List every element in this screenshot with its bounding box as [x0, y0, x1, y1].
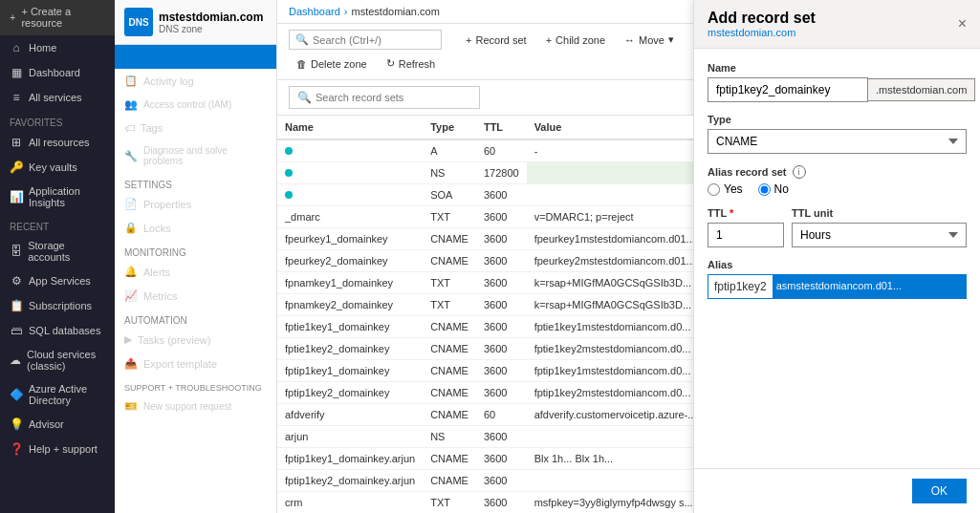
menu-item-overview[interactable]: ⊙ Overview: [115, 45, 276, 69]
alias-value-label: Alias: [708, 259, 967, 270]
move-button[interactable]: ↔ Move ▾: [617, 30, 682, 50]
cell-ttl: 3600: [476, 294, 527, 316]
alerts-icon: 🔔: [124, 266, 138, 278]
sidebar-item-home[interactable]: ⌂ Home: [0, 35, 115, 60]
create-resource-button[interactable]: + + Create a resource: [0, 0, 115, 35]
alias-highlighted-text: asmstestdomiancom.d01...: [773, 275, 966, 298]
cell-type: A: [423, 139, 476, 162]
menu-item-properties[interactable]: 📄 Properties: [115, 192, 276, 216]
ttl-unit-select[interactable]: Seconds Minutes Hours Days: [792, 223, 967, 247]
search-input[interactable]: [313, 34, 435, 46]
alias-yes-radio[interactable]: Yes: [708, 182, 743, 196]
panel-close-button[interactable]: ×: [958, 15, 967, 32]
sidebar-item-advisor[interactable]: 💡 Advisor: [0, 412, 115, 437]
breadcrumb-current: mstestdomian.com: [352, 6, 440, 17]
sidebar-item-all-services[interactable]: ≡ All services: [0, 85, 115, 110]
main-content: Dashboard › mstestdomian.com 🔍 + Record …: [277, 0, 693, 513]
child-zone-button[interactable]: + Child zone: [538, 31, 613, 50]
alias-radio-group: Yes No: [708, 182, 967, 196]
diagnose-icon: 🔧: [124, 150, 138, 162]
menu-item-support[interactable]: 🎫 New support request: [115, 395, 276, 418]
table-row[interactable]: fpnamkey2_domainkeyTXT3600k=rsap+MIGfMA0…: [277, 294, 693, 316]
table-row[interactable]: fpnamkey1_domainkeyTXT3600k=rsap+MIGfMA0…: [277, 272, 693, 294]
sql-icon: 🗃: [10, 324, 23, 337]
table-row[interactable]: A60-Fr...: [277, 139, 693, 162]
name-input[interactable]: [708, 77, 868, 102]
search-records-input[interactable]: [316, 92, 471, 103]
menu-item-diagnose[interactable]: 🔧 Diagnose and solve problems: [115, 139, 276, 172]
table-row[interactable]: fptip1key1_domainkey.arjunCNAME3600Blx 1…: [277, 448, 693, 470]
table-row[interactable]: NS172800: [277, 162, 693, 184]
menu-item-export[interactable]: 📤 Export template: [115, 352, 276, 375]
cell-name: arjun: [277, 426, 423, 448]
breadcrumb: Dashboard › mstestdomian.com: [277, 0, 693, 24]
cell-name: [277, 162, 423, 184]
sidebar-item-storage[interactable]: 🗄 Storage accounts: [0, 234, 115, 268]
monitoring-section: Monitoring: [115, 240, 276, 260]
delete-zone-button[interactable]: 🗑 Delete zone: [289, 54, 375, 74]
table-row[interactable]: fptip1key2_domainkeyCNAME3600fptip1key2m…: [277, 382, 693, 404]
alias-no-input[interactable]: [758, 183, 771, 196]
table-row[interactable]: fptie1key1_domainkeyCNAME3600fptie1key1m…: [277, 316, 693, 338]
sidebar-item-app-services[interactable]: ⚙ App Services: [0, 268, 115, 293]
record-set-button[interactable]: + Record set: [458, 31, 534, 50]
alias-info-icon[interactable]: i: [793, 165, 806, 179]
menu-item-access-control[interactable]: 👥 Access control (IAM): [115, 93, 276, 117]
table-row[interactable]: fptip1key2_domainkey.arjunCNAME3600: [277, 470, 693, 492]
sidebar-item-help[interactable]: ❓ Help + support: [0, 437, 115, 461]
menu-item-tags[interactable]: 🏷 Tags: [115, 117, 276, 139]
cell-ttl: 3600: [476, 448, 527, 470]
search-icon: 🔍: [295, 33, 309, 46]
alias-no-radio[interactable]: No: [758, 182, 789, 196]
cell-value: afdverify.customervoicetip.azure-...: [527, 404, 693, 426]
menu-item-activity-log[interactable]: 📋 Activity log: [115, 69, 276, 93]
alias-value-field: Alias fptip1key2 asmstestdomiancom.d01..…: [708, 259, 967, 299]
cell-type: CNAME: [423, 338, 476, 360]
azure-ad-icon: 🔷: [10, 388, 23, 401]
dns-resource-icon: DNS: [124, 8, 153, 36]
table-row[interactable]: afdverifyCNAME60afdverify.customervoicet…: [277, 404, 693, 426]
table-row[interactable]: fpeurkey2_domainkeyCNAME3600fpeurkey2mst…: [277, 250, 693, 272]
sidebar-item-cloud-services[interactable]: ☁ Cloud services (classic): [0, 343, 115, 377]
table-row[interactable]: SOA3600: [277, 184, 693, 206]
cell-name: fpnamkey2_domainkey: [277, 294, 423, 316]
refresh-button[interactable]: ↻ Refresh: [379, 53, 444, 74]
alias-yes-input[interactable]: [708, 183, 720, 196]
type-field: Type CNAME A AAAA MX TXT NS: [708, 114, 967, 154]
breadcrumb-dashboard[interactable]: Dashboard: [289, 6, 340, 17]
automation-section: Automation: [115, 308, 276, 328]
cell-type: TXT: [423, 272, 476, 294]
sidebar-item-key-vaults[interactable]: 🔑 Key vaults: [0, 155, 115, 180]
cell-name: [277, 184, 423, 206]
sidebar-item-azure-ad[interactable]: 🔷 Azure Active Directory: [0, 377, 115, 412]
resource-subtitle: DNS zone: [159, 24, 263, 34]
search-records-box[interactable]: 🔍: [289, 86, 480, 109]
sidebar-item-all-resources[interactable]: ⊞ All resources: [0, 130, 115, 155]
table-row[interactable]: _dmarcTXT3600v=DMARC1; p=reject: [277, 206, 693, 228]
table-row[interactable]: crmTXT3600msfpkey=3yy8iglymyfp4dwsgy s..…: [277, 492, 693, 514]
sidebar-item-app-insights[interactable]: 📊 Application Insights: [0, 180, 115, 214]
menu-item-alerts[interactable]: 🔔 Alerts: [115, 260, 276, 284]
add-icon: +: [466, 34, 471, 46]
sidebar-item-subscriptions[interactable]: 📋 Subscriptions: [0, 293, 115, 318]
ok-button[interactable]: OK: [912, 479, 967, 503]
menu-item-metrics[interactable]: 📈 Metrics: [115, 284, 276, 308]
table-row[interactable]: arjunNS3600: [277, 426, 693, 448]
access-control-icon: 👥: [124, 98, 138, 111]
ttl-input[interactable]: [708, 223, 784, 247]
type-select[interactable]: CNAME A AAAA MX TXT NS: [708, 129, 967, 154]
breadcrumb-separator: ›: [344, 6, 348, 17]
table-row[interactable]: fptie1key2_domainkeyCNAME3600fptie1key2m…: [277, 338, 693, 360]
col-value: Value: [527, 116, 693, 139]
menu-item-tasks[interactable]: ▶ Tasks (preview): [115, 328, 276, 352]
search-box[interactable]: 🔍: [289, 30, 442, 50]
cell-name: afdverify: [277, 404, 423, 426]
sidebar-item-dashboard[interactable]: ▦ Dashboard: [0, 60, 115, 85]
ttl-unit-label: TTL unit: [792, 207, 967, 219]
sidebar-item-sql-db[interactable]: 🗃 SQL databases: [0, 318, 115, 343]
table-row[interactable]: fpeurkey1_domainkeyCNAME3600fpeurkey1mst…: [277, 228, 693, 250]
menu-item-locks[interactable]: 🔒 Locks: [115, 216, 276, 240]
table-row[interactable]: fptip1key1_domainkeyCNAME3600fptip1key1m…: [277, 360, 693, 382]
cell-ttl: 3600: [476, 492, 527, 514]
sidebar-item-help-label: Help + support: [29, 443, 98, 455]
